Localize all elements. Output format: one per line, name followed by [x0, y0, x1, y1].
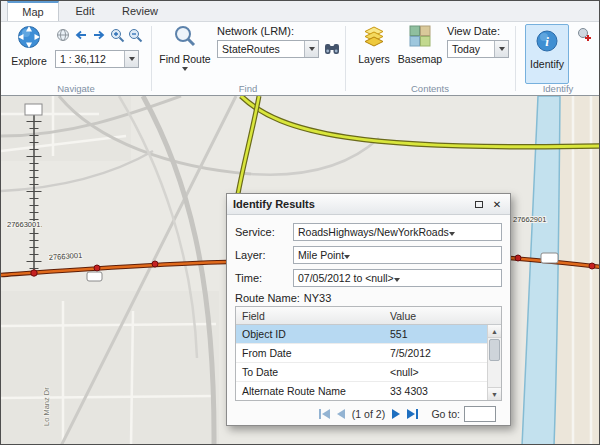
goto-label: Go to:: [431, 408, 460, 420]
view-date-combo[interactable]: Today: [447, 40, 509, 58]
route-shield: [87, 272, 102, 281]
scroll-down-icon[interactable]: ▼: [488, 387, 501, 400]
table-scrollbar[interactable]: ▲ ▼: [487, 325, 501, 400]
ribbon: Explore 1 : 36,112 Navigate: [1, 22, 599, 96]
identify-route-locations-icon[interactable]: [577, 27, 592, 46]
group-divider: [515, 26, 516, 91]
basemap-label: Basemap: [398, 53, 442, 65]
application-window: Map Edit Review Explore: [0, 0, 600, 445]
service-combo[interactable]: RoadsHighways/NewYorkRoads: [293, 223, 502, 241]
dialog-titlebar[interactable]: Identify Results ✕: [227, 194, 510, 215]
column-header-field: Field: [236, 310, 386, 322]
zoom-out-icon[interactable]: [127, 27, 143, 43]
search-network-icon[interactable]: [324, 41, 340, 61]
page-indicator: (1 of 2): [352, 408, 385, 420]
chevron-down-icon[interactable]: [124, 51, 138, 67]
previous-page-button[interactable]: [337, 409, 345, 419]
route-id-label-along: 27663001: [49, 251, 83, 262]
next-extent-icon[interactable]: [91, 27, 107, 43]
group-label-navigate: Navigate: [1, 83, 151, 94]
chevron-down-icon[interactable]: [344, 249, 350, 261]
explore-button[interactable]: Explore: [5, 24, 53, 82]
basemap-button[interactable]: Basemap: [397, 24, 443, 84]
identify-results-dialog: Identify Results ✕ Service: RoadsHighway…: [226, 193, 511, 426]
street-name-label: Lo Manz Dr: [42, 387, 51, 426]
network-lrm-label: Network (LRM):: [217, 25, 294, 37]
map-scale-combo[interactable]: 1 : 36,112: [55, 50, 139, 68]
find-route-label: Find Route: [159, 53, 210, 65]
route-name-label: Route Name:: [235, 292, 300, 304]
identify-icon: i: [535, 29, 559, 55]
table-row[interactable]: Alternate Route Name 33 4303: [236, 382, 501, 401]
last-page-button[interactable]: [407, 409, 418, 419]
layer-combo[interactable]: Mile Point: [293, 246, 502, 264]
layers-icon: [362, 24, 386, 50]
route-name-value: NY33: [304, 292, 332, 304]
ribbon-tabs: Map Edit Review: [1, 1, 599, 22]
pagination-bar: (1 of 2) Go to:: [235, 401, 502, 427]
tab-edit[interactable]: Edit: [59, 1, 111, 21]
chevron-down-icon[interactable]: [449, 226, 455, 238]
layer-label: Layer:: [235, 249, 293, 261]
full-extent-icon[interactable]: [55, 27, 71, 43]
hatch-label-box: [25, 104, 42, 115]
network-lrm-value: StateRoutes: [222, 43, 280, 55]
attributes-table: Field Value Object ID 551 From Date 7/5/…: [235, 306, 502, 401]
table-row[interactable]: Object ID 551: [236, 325, 501, 344]
table-row[interactable]: To Date <null>: [236, 363, 501, 382]
group-label-contents: Contents: [345, 83, 515, 94]
basemap-icon: [408, 24, 432, 50]
time-value: 07/05/2012 to <null>: [298, 272, 394, 284]
column-header-value: Value: [386, 310, 501, 322]
find-route-icon: [173, 24, 197, 50]
scrollbar-thumb[interactable]: [489, 339, 500, 361]
group-divider: [345, 26, 346, 91]
scroll-up-icon[interactable]: ▲: [488, 325, 501, 338]
city-block: [1, 291, 219, 445]
view-date-label: View Date:: [447, 25, 500, 37]
explore-icon: [16, 24, 42, 52]
explore-label: Explore: [11, 55, 47, 67]
group-label-find: Find: [151, 83, 345, 94]
time-label: Time:: [235, 272, 293, 284]
table-header: Field Value: [236, 307, 501, 325]
find-route-button[interactable]: Find Route: [159, 24, 211, 84]
view-date-value: Today: [452, 43, 480, 55]
service-value: RoadsHighways/NewYorkRoads: [298, 226, 449, 238]
chevron-down-icon: [182, 67, 188, 71]
maximize-button[interactable]: [472, 197, 486, 211]
time-combo[interactable]: 07/05/2012 to <null>: [293, 269, 502, 287]
tab-review[interactable]: Review: [111, 1, 169, 21]
table-row[interactable]: From Date 7/5/2012: [236, 344, 501, 363]
layer-value: Mile Point: [298, 249, 344, 261]
route-id-label-left: 27663001: [7, 220, 40, 229]
identify-button[interactable]: i Identify: [525, 24, 569, 84]
map-scale-value: 1 : 36,112: [60, 53, 106, 65]
network-lrm-combo[interactable]: StateRoutes: [217, 40, 319, 58]
group-divider: [151, 26, 152, 91]
svg-text:i: i: [545, 34, 549, 49]
close-icon: ✕: [493, 199, 501, 210]
dialog-title: Identify Results: [233, 198, 468, 210]
previous-extent-icon[interactable]: [73, 27, 89, 43]
layers-button[interactable]: Layers: [353, 24, 395, 84]
service-label: Service:: [235, 226, 293, 238]
chevron-down-icon[interactable]: [304, 41, 318, 57]
route-id-label-right: 27662901: [513, 215, 546, 224]
route-shield: [541, 253, 558, 263]
tab-map[interactable]: Map: [7, 1, 59, 21]
chevron-down-icon[interactable]: [494, 41, 508, 57]
maximize-icon: [475, 201, 483, 208]
zoom-in-icon[interactable]: [109, 27, 125, 43]
layers-label: Layers: [358, 53, 390, 65]
next-page-button[interactable]: [392, 409, 400, 419]
group-label-identify: Identify: [515, 83, 600, 94]
first-page-button[interactable]: [319, 409, 330, 419]
navigate-toolbar: [55, 27, 143, 43]
identify-label: Identify: [530, 58, 564, 70]
goto-page-input[interactable]: [464, 406, 496, 422]
close-button[interactable]: ✕: [490, 197, 504, 211]
chevron-down-icon[interactable]: [394, 272, 400, 284]
